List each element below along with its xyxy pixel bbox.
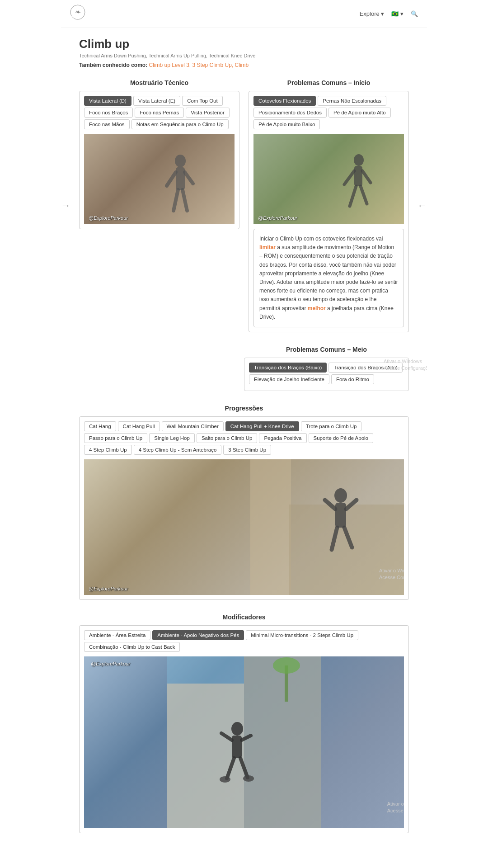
- win-watermark-mid: Ativar o Windows Acesse Configurações: [384, 358, 427, 372]
- common-problems-mid-section: Problemas Comuns – Meio Transição dos Br…: [244, 346, 409, 391]
- tab-vista-lateral-d[interactable]: Vista Lateral (D): [84, 96, 131, 106]
- explore-menu[interactable]: Explore ▾: [360, 10, 385, 17]
- svg-line-4: [167, 172, 176, 186]
- tab-cotovelos-flexionados[interactable]: Cotovelos Flexionados: [253, 96, 316, 106]
- svg-point-27: [231, 722, 243, 736]
- lang-selector[interactable]: 🇧🇷 ▾: [391, 10, 404, 17]
- svg-rect-28: [232, 736, 242, 758]
- tab-notas-sequencia[interactable]: Notas em Sequência para o Climb Up: [131, 119, 229, 129]
- search-icon[interactable]: 🔍: [411, 10, 418, 17]
- prog-tab-row-1: Cat Hang Cat Hang Pull Wall Mountain Cli…: [84, 421, 404, 431]
- tab-pernas-nao-escalonadas[interactable]: Pernas Não Escalonadas: [318, 96, 386, 106]
- tab-suporte-pe-apoio[interactable]: Suporte do Pé de Apoio: [309, 433, 374, 443]
- svg-point-2: [175, 155, 186, 167]
- svg-line-11: [362, 171, 371, 183]
- tech-tab-row-1: Vista Lateral (D) Vista Lateral (E) Com …: [84, 96, 235, 106]
- tab-pe-apoio-alto[interactable]: Pé de Apoio muito Alto: [328, 108, 391, 118]
- cp-mid-tab-row-1: Transição dos Braços (Baixo) Transição d…: [249, 363, 404, 373]
- modifiers-section: 4 → Modificadores Ambiente - Área Estrei…: [79, 613, 409, 833]
- tab-pegada-positiva[interactable]: Pegada Positiva: [259, 433, 306, 443]
- svg-rect-24: [244, 656, 321, 828]
- tech-tab-row-2: Foco nos Braços Foco nas Pernas Vista Po…: [84, 108, 235, 118]
- cp-start-description: Iniciar o Climb Up com os cotovelos flex…: [253, 229, 404, 327]
- svg-line-13: [361, 186, 367, 204]
- tab-cat-hang[interactable]: Cat Hang: [84, 421, 116, 431]
- mod-watermark: @ExploreParkour: [91, 661, 130, 666]
- two-col-top: 1 → Mostruário Técnico Vista Lateral (D)…: [79, 79, 409, 332]
- cp-start-video: @ExploreParkour: [253, 134, 404, 224]
- svg-line-6: [174, 190, 178, 211]
- nav-right: Explore ▾ 🇧🇷 ▾ 🔍: [360, 10, 418, 17]
- nav-logo: ❧: [70, 5, 86, 23]
- tab-area-estreita[interactable]: Ambiente - Área Estreita: [84, 630, 150, 640]
- progressions-video: @ExploreParkour Ativar o Windows Acesse …: [84, 459, 404, 595]
- svg-point-26: [273, 657, 300, 674]
- svg-text:❧: ❧: [75, 8, 81, 16]
- svg-point-16: [334, 488, 347, 503]
- technical-showcase-section: 1 → Mostruário Técnico Vista Lateral (D)…: [79, 79, 239, 332]
- page-content: Climb up Technical Arms Down Pushing, Te…: [61, 28, 427, 865]
- modifiers-video: @ExploreParkour Ativar o Wind Acesse Con…: [84, 656, 404, 828]
- cp-start-tab-row-3: Pé de Apoio muito Baixo: [253, 119, 404, 129]
- win-watermark-mod: Ativar o Wind Acesse Configuraç: [387, 801, 404, 815]
- svg-rect-9: [354, 166, 362, 186]
- tab-foco-maos[interactable]: Foco nas Mãos: [84, 119, 130, 129]
- progressions-title: Progressões: [79, 405, 409, 412]
- technical-showcase-title: Mostruário Técnico: [79, 79, 239, 86]
- common-problems-start-tabs: Cotovelos Flexionados Pernas Não Escalon…: [249, 91, 409, 332]
- win-watermark-prog: Ativar o Windows Acesse Configurações: [379, 567, 404, 581]
- prog-tab-row-3: 4 Step Climb Up 4 Step Climb Up - Sem An…: [84, 445, 404, 455]
- tab-trote-climb-up[interactable]: Trote para o Climb Up: [301, 421, 362, 431]
- svg-point-8: [354, 154, 364, 166]
- tab-vista-lateral-e[interactable]: Vista Lateral (E): [133, 96, 180, 106]
- common-problems-mid-tabs: Transição dos Braços (Baixo) Transição d…: [244, 358, 409, 391]
- tab-pe-apoio-baixo[interactable]: Pé de Apoio muito Baixo: [253, 119, 320, 129]
- svg-line-7: [183, 190, 187, 211]
- tab-passo-climb-up[interactable]: Passo para o Climb Up: [84, 433, 147, 443]
- tech-tab-row-3: Foco nas Mãos Notas em Sequência para o …: [84, 119, 235, 129]
- page-title: Climb up: [79, 37, 409, 51]
- svg-rect-15: [289, 505, 404, 595]
- page-subtitle: Technical Arms Down Pushing, Technical A…: [79, 53, 409, 58]
- arrow-4: 4 →: [61, 636, 62, 651]
- tab-elevacao-joelho[interactable]: Elevação de Joelho Ineficiente: [249, 374, 329, 384]
- prog-tab-row-2: Passo para o Climb Up Single Leg Hop Sal…: [84, 433, 404, 443]
- tab-4step-sem-antebraco[interactable]: 4 Step Climb Up - Sem Antebraço: [134, 445, 222, 455]
- tab-cat-hang-pull-knee-drive[interactable]: Cat Hang Pull + Knee Drive: [225, 421, 299, 431]
- progressions-section: ← 3 Progressões Cat Hang Cat Hang Pull W…: [79, 405, 409, 600]
- cp-start-tab-row-1: Cotovelos Flexionados Pernas Não Escalon…: [253, 96, 404, 106]
- technical-showcase-tabs: Vista Lateral (D) Vista Lateral (E) Com …: [79, 91, 239, 229]
- tab-single-leg-hop[interactable]: Single Leg Hop: [149, 433, 195, 443]
- svg-line-10: [344, 171, 354, 184]
- common-problems-mid-title: Problemas Comuns – Meio: [244, 346, 409, 353]
- technical-video: @ExploreParkour: [84, 134, 235, 224]
- tab-transicao-bracos-baixo[interactable]: Transição dos Braços (Baixo): [249, 363, 327, 373]
- tab-fora-ritmo[interactable]: Fora do Ritmo: [331, 374, 374, 384]
- navigation-bar: ❧ Explore ▾ 🇧🇷 ▾ 🔍: [61, 0, 427, 28]
- svg-rect-17: [335, 503, 346, 528]
- modifiers-tabs: Ambiente - Área Estreita Ambiente - Apoi…: [79, 625, 409, 833]
- svg-point-33: [220, 776, 230, 783]
- tab-salto-climb-up[interactable]: Salto para o Climb Up: [197, 433, 258, 443]
- tab-cat-hang-pull[interactable]: Cat Hang Pull: [118, 421, 160, 431]
- tab-minimal-micro[interactable]: Minimal Micro-transitions - 2 Steps Clim…: [246, 630, 358, 640]
- mod-tab-row-1: Ambiente - Área Estreita Ambiente - Apoi…: [84, 630, 404, 640]
- tab-combinacao-cast-back[interactable]: Combinação - Climb Up to Cast Back: [84, 642, 180, 652]
- common-problems-start-section: ← 2 Problemas Comuns – Início Cotovelos …: [249, 79, 409, 332]
- svg-rect-3: [176, 167, 185, 190]
- tab-wall-mountain-climber[interactable]: Wall Mountain Climber: [162, 421, 224, 431]
- common-problems-start-title: Problemas Comuns – Início: [249, 79, 409, 86]
- tab-foco-pernas[interactable]: Foco nas Pernas: [135, 108, 184, 118]
- aka-values: Climb up Level 3, 3 Step Climb Up, Climb: [149, 62, 249, 68]
- cp-start-tab-row-2: Posicionamento dos Dedos Pé de Apoio mui…: [253, 108, 404, 118]
- svg-rect-14: [250, 459, 291, 595]
- tab-vista-posterior[interactable]: Vista Posterior: [186, 108, 230, 118]
- tab-foco-bracos[interactable]: Foco nos Braços: [84, 108, 133, 118]
- tab-posicionamento-dedos[interactable]: Posicionamento dos Dedos: [253, 108, 327, 118]
- cp-mid-tab-row-2: Elevação de Joelho Ineficiente Fora do R…: [249, 374, 404, 384]
- tab-4step-climb-up[interactable]: 4 Step Climb Up: [84, 445, 132, 455]
- svg-line-5: [185, 172, 193, 184]
- tab-com-top-out[interactable]: Com Top Out: [182, 96, 223, 106]
- tab-apoio-negativo[interactable]: Ambiente - Apoio Negativo dos Pés: [152, 630, 244, 640]
- tab-3step-climb-up[interactable]: 3 Step Climb Up: [223, 445, 271, 455]
